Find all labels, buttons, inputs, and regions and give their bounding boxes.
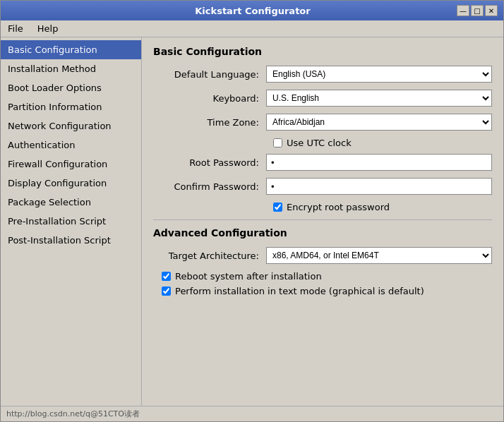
advanced-config-title: Advanced Configuration — [153, 227, 492, 239]
main-content: Basic Configuration Installation Method … — [1, 37, 503, 406]
title-bar: Kickstart Configurator — □ ✕ — [1, 1, 503, 20]
root-password-input[interactable] — [266, 154, 492, 171]
utc-clock-label: Use UTC clock — [287, 138, 352, 148]
confirm-password-input[interactable] — [266, 178, 492, 195]
default-language-label: Default Language: — [153, 69, 266, 80]
sidebar-item-firewall-configuration[interactable]: Firewall Configuration — [1, 155, 141, 174]
keyboard-row: Keyboard: U.S. English French German Spa… — [153, 90, 492, 107]
keyboard-label: Keyboard: — [153, 93, 266, 104]
timezone-select[interactable]: Africa/Abidjan Africa/Accra America/New_… — [266, 114, 492, 131]
text-mode-checkbox[interactable] — [162, 287, 171, 296]
confirm-password-control — [266, 178, 492, 195]
sidebar-item-basic-configuration[interactable]: Basic Configuration — [1, 40, 141, 59]
reboot-label: Reboot system after installation — [175, 271, 322, 282]
root-password-row: Root Password: — [153, 154, 492, 171]
sidebar-item-display-configuration[interactable]: Display Configuration — [1, 174, 141, 193]
status-text: http://blog.csdn.net/q@51CTO读者 — [6, 409, 140, 419]
title-bar-controls: — □ ✕ — [457, 5, 498, 16]
target-arch-row: Target Architecture: x86, AMD64, or Inte… — [153, 247, 492, 264]
close-button[interactable]: ✕ — [485, 5, 498, 16]
root-password-control — [266, 154, 492, 171]
keyboard-control: U.S. English French German Spanish — [266, 90, 492, 107]
menu-bar: File Help — [1, 20, 503, 37]
status-bar: http://blog.csdn.net/q@51CTO读者 — [1, 406, 503, 421]
timezone-row: Time Zone: Africa/Abidjan Africa/Accra A… — [153, 114, 492, 131]
sidebar-item-authentication[interactable]: Authentication — [1, 135, 141, 155]
minimize-button[interactable]: — — [457, 5, 469, 16]
timezone-control: Africa/Abidjan Africa/Accra America/New_… — [266, 114, 492, 131]
default-language-control: English (USA) French Spanish German Chin… — [266, 66, 492, 83]
target-arch-select[interactable]: x86, AMD64, or Intel EM64T x86_64 i386 A… — [266, 247, 492, 264]
main-window: Kickstart Configurator — □ ✕ File Help B… — [0, 0, 504, 422]
confirm-password-row: Confirm Password: — [153, 178, 492, 195]
encrypt-root-checkbox[interactable] — [273, 203, 282, 212]
window-title: Kickstart Configurator — [49, 6, 457, 16]
confirm-password-label: Confirm Password: — [153, 181, 266, 192]
reboot-row: Reboot system after installation — [153, 271, 492, 282]
sidebar-item-network-configuration[interactable]: Network Configuration — [1, 116, 141, 135]
target-arch-label: Target Architecture: — [153, 251, 266, 261]
reboot-checkbox[interactable] — [162, 272, 171, 281]
sidebar-item-installation-method[interactable]: Installation Method — [1, 59, 141, 78]
menu-file[interactable]: File — [4, 22, 28, 35]
default-language-select[interactable]: English (USA) French Spanish German Chin… — [266, 66, 492, 83]
encrypt-root-row: Encrypt root password — [153, 202, 492, 212]
content-area: Basic Configuration Default Language: En… — [142, 37, 503, 406]
section-divider — [153, 219, 492, 220]
sidebar-item-post-installation-script[interactable]: Post-Installation Script — [1, 231, 141, 250]
sidebar-item-boot-loader-options[interactable]: Boot Loader Options — [1, 78, 141, 97]
sidebar: Basic Configuration Installation Method … — [1, 37, 142, 406]
target-arch-control: x86, AMD64, or Intel EM64T x86_64 i386 A… — [266, 247, 492, 264]
root-password-label: Root Password: — [153, 157, 266, 168]
sidebar-item-pre-installation-script[interactable]: Pre-Installation Script — [1, 212, 141, 231]
text-mode-label: Perform installation in text mode (graph… — [175, 286, 424, 296]
sidebar-item-package-selection[interactable]: Package Selection — [1, 193, 141, 212]
keyboard-select[interactable]: U.S. English French German Spanish — [266, 90, 492, 107]
timezone-label: Time Zone: — [153, 117, 266, 128]
menu-help[interactable]: Help — [33, 22, 63, 35]
sidebar-item-partition-information[interactable]: Partition Information — [1, 97, 141, 116]
maximize-button[interactable]: □ — [471, 5, 484, 16]
utc-clock-row: Use UTC clock — [153, 138, 492, 148]
default-language-row: Default Language: English (USA) French S… — [153, 66, 492, 83]
utc-clock-checkbox[interactable] — [273, 138, 282, 147]
text-mode-row: Perform installation in text mode (graph… — [153, 286, 492, 296]
encrypt-root-label: Encrypt root password — [287, 202, 390, 212]
basic-config-title: Basic Configuration — [153, 46, 492, 57]
